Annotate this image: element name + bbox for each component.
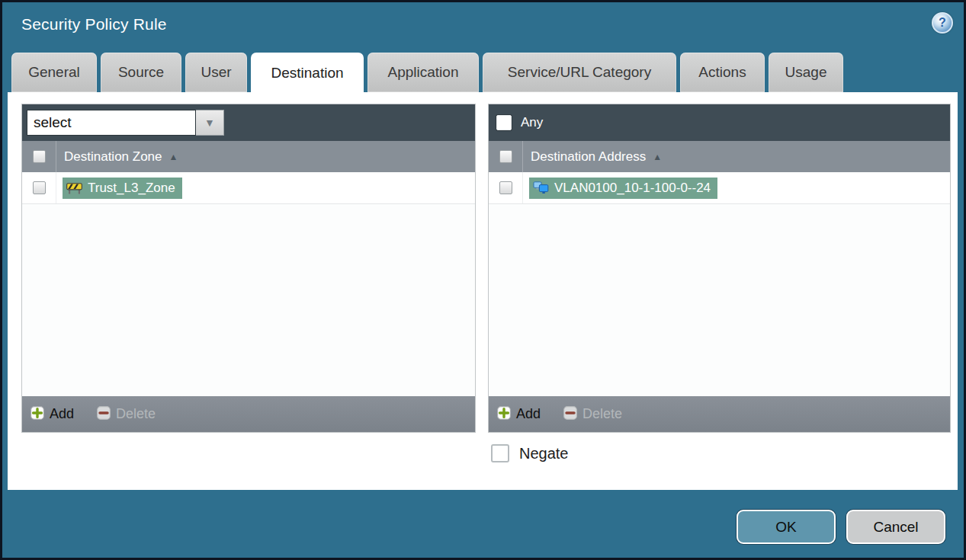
add-icon <box>30 406 44 423</box>
tab-application[interactable]: Application <box>367 53 479 92</box>
tab-source[interactable]: Source <box>101 53 181 92</box>
tab-destination[interactable]: Destination <box>251 53 364 94</box>
delete-icon <box>97 406 111 423</box>
sort-ascending-icon: ▲ <box>169 152 178 162</box>
zone-panel-footer: Add Delete <box>22 396 475 432</box>
destination-address-panel: Any Destination Address ▲ <box>488 104 951 433</box>
tab-user[interactable]: User <box>185 53 247 92</box>
any-checkbox[interactable] <box>496 115 512 130</box>
address-column-label: Destination Address <box>531 149 646 165</box>
add-button[interactable]: Add <box>30 406 74 423</box>
tab-actions[interactable]: Actions <box>680 53 765 92</box>
tab-general[interactable]: General <box>11 53 97 92</box>
zone-select-input[interactable] <box>27 110 196 136</box>
add-button-label: Add <box>50 406 74 422</box>
zone-select-all-checkbox[interactable] <box>33 150 46 163</box>
zone-item[interactable]: Trust_L3_Zone <box>63 178 182 199</box>
dialog-title: Security Policy Rule <box>21 15 167 34</box>
add-icon <box>497 406 511 423</box>
add-button[interactable]: Add <box>497 406 541 423</box>
chevron-down-icon: ▼ <box>204 117 215 128</box>
address-panel-footer: Add Delete <box>489 396 950 432</box>
any-bar: Any <box>489 104 950 141</box>
address-item[interactable]: VLAN0100_10-1-100-0--24 <box>529 178 717 199</box>
add-button-label: Add <box>516 406 541 422</box>
tab-usage[interactable]: Usage <box>769 53 843 92</box>
sort-ascending-icon: ▲ <box>653 152 662 162</box>
cancel-button[interactable]: Cancel <box>846 510 945 544</box>
zone-select-dropdown-button[interactable]: ▼ <box>196 110 224 136</box>
negate-label: Negate <box>519 445 569 462</box>
destination-zone-panel: ▼ Destination Zone ▲ <box>21 104 476 433</box>
zone-select-combo: ▼ <box>27 110 224 136</box>
table-row: VLAN0100_10-1-100-0--24 <box>489 172 950 204</box>
any-label: Any <box>521 115 543 130</box>
zone-column-header[interactable]: Destination Zone ▲ <box>64 149 178 165</box>
address-icon <box>533 181 549 194</box>
help-icon[interactable]: ? <box>932 12 953 34</box>
negate-checkbox[interactable] <box>491 444 509 462</box>
address-item-label: VLAN0100_10-1-100-0--24 <box>554 181 711 196</box>
delete-button-label: Delete <box>116 406 156 422</box>
delete-button[interactable]: Delete <box>97 406 156 423</box>
zone-row-checkbox[interactable] <box>33 181 46 194</box>
address-table-body: VLAN0100_10-1-100-0--24 <box>489 172 950 396</box>
address-column-header[interactable]: Destination Address ▲ <box>531 149 662 165</box>
negate-option: Negate <box>491 444 569 462</box>
delete-icon <box>563 406 577 423</box>
zone-select-bar: ▼ <box>22 104 475 141</box>
security-policy-rule-dialog: Security Policy Rule ? General Source Us… <box>0 0 966 560</box>
table-row: Trust_L3_Zone <box>22 172 475 204</box>
address-row-checkbox[interactable] <box>499 181 512 194</box>
destination-tab-content: ▼ Destination Zone ▲ <box>8 92 958 490</box>
delete-button[interactable]: Delete <box>563 406 622 423</box>
ok-button[interactable]: OK <box>737 510 836 544</box>
zone-column-label: Destination Zone <box>64 149 162 165</box>
address-table-header: Destination Address ▲ <box>489 141 950 172</box>
tab-bar: General Source User Destination Applicat… <box>11 53 847 92</box>
delete-button-label: Delete <box>582 406 622 422</box>
tab-service-url-category[interactable]: Service/URL Category <box>483 53 676 92</box>
zone-table-body: Trust_L3_Zone <box>22 172 475 396</box>
zone-item-label: Trust_L3_Zone <box>88 181 175 196</box>
zone-icon <box>66 182 82 194</box>
address-select-all-checkbox[interactable] <box>499 150 512 163</box>
zone-table-header: Destination Zone ▲ <box>22 141 475 172</box>
